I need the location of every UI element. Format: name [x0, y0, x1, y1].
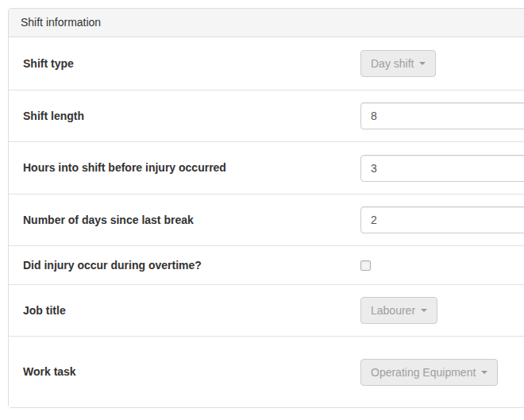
- work-task-dropdown[interactable]: Operating Equipment: [360, 359, 498, 386]
- shift-length-input[interactable]: [360, 102, 524, 129]
- hours-into-shift-label: Hours into shift before injury occurred: [23, 160, 360, 175]
- chevron-down-icon: [419, 62, 426, 65]
- shift-type-label: Shift type: [23, 56, 360, 71]
- overtime-label: Did injury occur during overtime?: [23, 258, 360, 272]
- panel-title: Shift information: [9, 9, 524, 37]
- days-since-break-label: Number of days since last break: [23, 213, 360, 227]
- row-shift-type: Shift type Day shift: [9, 37, 524, 91]
- shift-type-dropdown-value: Day shift: [371, 57, 414, 70]
- days-since-break-input[interactable]: [360, 206, 524, 233]
- overtime-checkbox[interactable]: [360, 260, 371, 271]
- row-job-title: Job title Labourer: [9, 285, 524, 337]
- row-hours-into-shift: Hours into shift before injury occurred: [9, 142, 524, 195]
- shift-type-dropdown[interactable]: Day shift: [360, 50, 436, 77]
- row-days-since-break: Number of days since last break: [9, 195, 524, 246]
- work-task-label: Work task: [23, 364, 360, 379]
- row-shift-length: Shift length: [9, 91, 524, 142]
- row-overtime: Did injury occur during overtime?: [9, 246, 524, 285]
- job-title-dropdown-value: Labourer: [371, 304, 415, 317]
- page: Shift information Shift type Day shift S…: [0, 0, 524, 420]
- hours-into-shift-input[interactable]: [360, 155, 524, 182]
- job-title-label: Job title: [23, 303, 360, 318]
- job-title-dropdown[interactable]: Labourer: [360, 297, 437, 324]
- work-task-dropdown-value: Operating Equipment: [371, 366, 476, 379]
- shift-information-panel: Shift information Shift type Day shift S…: [8, 8, 524, 408]
- chevron-down-icon: [421, 309, 427, 312]
- shift-length-label: Shift length: [23, 109, 360, 123]
- chevron-down-icon: [481, 371, 487, 374]
- row-work-task: Work task Operating Equipment: [9, 337, 524, 407]
